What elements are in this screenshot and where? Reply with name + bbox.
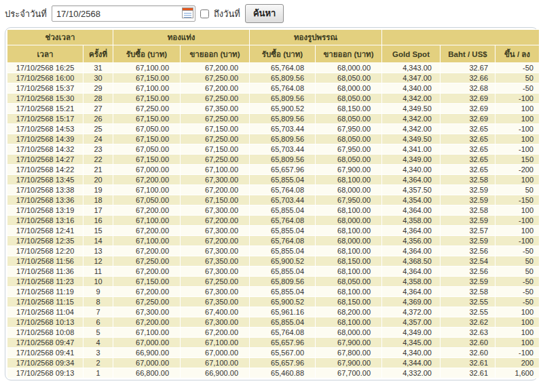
gold-spot-cell: 4,364.00 <box>382 287 441 297</box>
bar-sell-cell: 67,350.00 <box>181 256 250 267</box>
gold-spot-cell: 4,341.00 <box>382 144 441 155</box>
gold-spot-cell: 4,349.00 <box>382 328 441 338</box>
bar-sell-cell: 67,200.00 <box>181 216 250 226</box>
table-row: 17/10/2568 12:201367,200.0067,300.0065,8… <box>7 246 540 256</box>
round-cell: 3 <box>83 348 113 358</box>
round-cell: 26 <box>83 114 113 124</box>
ornament-sell-cell: 68,100.00 <box>316 226 382 236</box>
group-header-row: ช่วงเวลา ทองแท่ง ทองรูปพรรณ <box>7 30 540 45</box>
ornament-sell-cell: 68,100.00 <box>316 175 382 185</box>
table-row: 17/10/2568 10:13667,200.0067,300.0065,85… <box>7 317 540 328</box>
col-header-round: ครั้งที่ <box>83 45 113 63</box>
change-cell: 50 <box>495 267 540 277</box>
table-row: 17/10/2568 12:351467,100.0067,200.0065,7… <box>7 236 540 246</box>
time-cell: 17/10/2568 13:45 <box>7 175 83 185</box>
round-cell: 10 <box>83 277 113 287</box>
ornament-buy-cell: 65,809.56 <box>250 114 316 124</box>
time-cell: 17/10/2568 15:30 <box>7 94 83 104</box>
round-cell: 30 <box>83 73 113 83</box>
ornament-buy-cell: 65,460.88 <box>250 368 316 378</box>
round-cell: 11 <box>83 267 113 277</box>
gold-spot-cell: 4,342.00 <box>382 94 441 104</box>
time-cell: 17/10/2568 09:34 <box>7 358 83 368</box>
time-cell: 17/10/2568 14:39 <box>7 134 83 144</box>
table-row: 17/10/2568 14:322367,050.0067,150.0065,7… <box>7 144 540 155</box>
gold-spot-cell: 4,358.00 <box>382 277 441 287</box>
change-cell: -50 <box>495 63 540 73</box>
time-cell: 17/10/2568 10:08 <box>7 328 83 338</box>
change-cell: 50 <box>495 256 540 267</box>
bar-buy-cell: 67,100.00 <box>113 328 181 338</box>
time-cell: 17/10/2568 12:20 <box>7 246 83 256</box>
ornament-buy-cell: 65,809.56 <box>250 134 316 144</box>
table-row: 17/10/2568 11:561267,250.0067,350.0065,9… <box>7 256 540 267</box>
bar-sell-cell: 67,350.00 <box>181 104 250 114</box>
bar-buy-cell: 67,050.00 <box>113 195 181 205</box>
table-row: 17/10/2568 12:411567,200.0067,300.0065,8… <box>7 226 540 236</box>
round-cell: 8 <box>83 297 113 307</box>
ornament-buy-cell: 65,855.04 <box>250 267 316 277</box>
change-cell: 50 <box>495 185 540 195</box>
table-row: 17/10/2568 14:222167,000.0067,100.0065,6… <box>7 165 540 175</box>
baht-usd-cell: 32.61 <box>441 358 495 368</box>
time-cell: 17/10/2568 09:41 <box>7 348 83 358</box>
bar-buy-cell: 67,150.00 <box>113 277 181 287</box>
time-cell: 17/10/2568 15:37 <box>7 83 83 94</box>
baht-usd-cell: 32.61 <box>441 368 495 378</box>
ornament-sell-cell: 67,950.00 <box>316 124 382 134</box>
bar-buy-cell: 67,100.00 <box>113 216 181 226</box>
col-header-change: ขึ้น / ลง <box>495 45 540 63</box>
time-cell: 17/10/2568 13:36 <box>7 195 83 205</box>
round-cell: 9 <box>83 287 113 297</box>
time-cell: 17/10/2568 13:16 <box>7 216 83 226</box>
bar-buy-cell: 67,200.00 <box>113 287 181 297</box>
bar-sell-cell: 67,150.00 <box>181 144 250 155</box>
time-cell: 17/10/2568 11:56 <box>7 256 83 267</box>
table-body: 17/10/2568 16:253167,100.0067,200.0065,7… <box>7 63 540 378</box>
ornament-buy-cell: 65,703.44 <box>250 195 316 205</box>
bar-sell-cell: 67,200.00 <box>181 185 250 195</box>
search-button[interactable]: ค้นหา <box>245 4 284 23</box>
round-cell: 25 <box>83 124 113 134</box>
round-cell: 18 <box>83 195 113 205</box>
gold-spot-cell: 4,364.00 <box>382 226 441 236</box>
calendar-icon[interactable] <box>182 7 193 18</box>
table-row: 17/10/2568 09:13166,800.0066,900.0065,46… <box>7 368 540 378</box>
change-cell: 100 <box>495 338 540 348</box>
ornament-buy-cell: 65,855.04 <box>250 226 316 236</box>
bar-buy-cell: 67,200.00 <box>113 205 181 216</box>
round-cell: 1 <box>83 368 113 378</box>
group-header-empty <box>382 30 540 45</box>
date-input[interactable] <box>52 5 195 22</box>
bar-sell-cell: 67,200.00 <box>181 328 250 338</box>
baht-usd-cell: 32.65 <box>441 134 495 144</box>
bar-sell-cell: 67,350.00 <box>181 297 250 307</box>
ornament-sell-cell: 68,100.00 <box>316 205 382 216</box>
baht-usd-cell: 32.69 <box>441 94 495 104</box>
round-cell: 19 <box>83 185 113 195</box>
ornament-sell-cell: 68,100.00 <box>316 317 382 328</box>
time-cell: 17/10/2568 11:36 <box>7 267 83 277</box>
gold-spot-cell: 4,345.00 <box>382 338 441 348</box>
ornament-buy-cell: 65,809.56 <box>250 277 316 287</box>
change-cell: -50 <box>495 287 540 297</box>
table-row: 17/10/2568 10:08567,100.0067,200.0065,76… <box>7 328 540 338</box>
bar-sell-cell: 67,300.00 <box>181 205 250 216</box>
change-cell: 100 <box>495 226 540 236</box>
ornament-sell-cell: 68,150.00 <box>316 256 382 267</box>
round-cell: 24 <box>83 134 113 144</box>
table-row: 17/10/2568 11:15867,250.0067,350.0065,90… <box>7 297 540 307</box>
ornament-buy-cell: 65,809.56 <box>250 73 316 83</box>
ornament-buy-cell: 65,764.08 <box>250 63 316 73</box>
table-row: 17/10/2568 13:191767,200.0067,300.0065,8… <box>7 205 540 216</box>
change-cell: 50 <box>495 73 540 83</box>
time-cell: 17/10/2568 14:27 <box>7 155 83 165</box>
to-date-checkbox[interactable] <box>200 9 209 18</box>
gold-spot-cell: 4,340.00 <box>382 165 441 175</box>
bar-buy-cell: 67,200.00 <box>113 246 181 256</box>
bar-sell-cell: 67,300.00 <box>181 267 250 277</box>
change-cell: -100 <box>495 124 540 134</box>
gold-spot-cell: 4,364.00 <box>382 267 441 277</box>
bar-buy-cell: 67,100.00 <box>113 83 181 94</box>
change-cell: 150 <box>495 155 540 165</box>
